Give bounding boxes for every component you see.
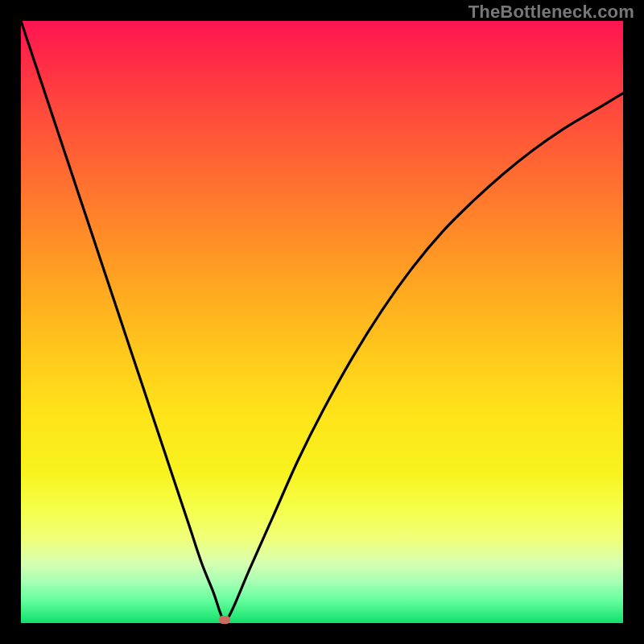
- watermark-text: TheBottleneck.com: [469, 2, 634, 23]
- bottleneck-curve: [21, 21, 623, 623]
- chart-frame: TheBottleneck.com: [0, 0, 644, 644]
- plot-area: [21, 21, 623, 623]
- minimum-marker: [219, 616, 230, 624]
